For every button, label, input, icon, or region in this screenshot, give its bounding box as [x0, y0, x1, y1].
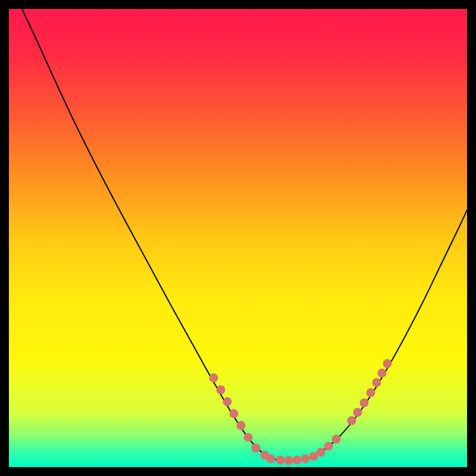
curve-marker	[209, 374, 218, 383]
curve-marker	[360, 399, 369, 408]
curve-marker	[372, 378, 381, 387]
curve-marker	[353, 408, 362, 417]
curve-marker	[284, 456, 293, 465]
bottleneck-curve-chart	[9, 9, 467, 467]
curve-marker	[347, 416, 356, 425]
curve-marker	[378, 369, 387, 378]
curve-marker	[301, 455, 310, 464]
curve-marker	[332, 435, 341, 444]
curve-marker	[367, 389, 375, 397]
curve-marker	[276, 456, 285, 465]
curve-marker	[324, 442, 333, 451]
curve-marker	[252, 444, 261, 453]
curve-marker	[383, 359, 392, 368]
curve-marker	[244, 433, 253, 442]
chart-frame: TheBottleneck.com	[9, 9, 467, 467]
gradient-background	[9, 9, 467, 467]
curve-marker	[217, 386, 226, 394]
curve-marker	[317, 448, 325, 457]
curve-marker	[293, 456, 302, 465]
curve-marker	[230, 409, 239, 418]
curve-marker	[237, 421, 246, 430]
curve-marker	[267, 455, 275, 464]
curve-marker	[223, 397, 232, 406]
